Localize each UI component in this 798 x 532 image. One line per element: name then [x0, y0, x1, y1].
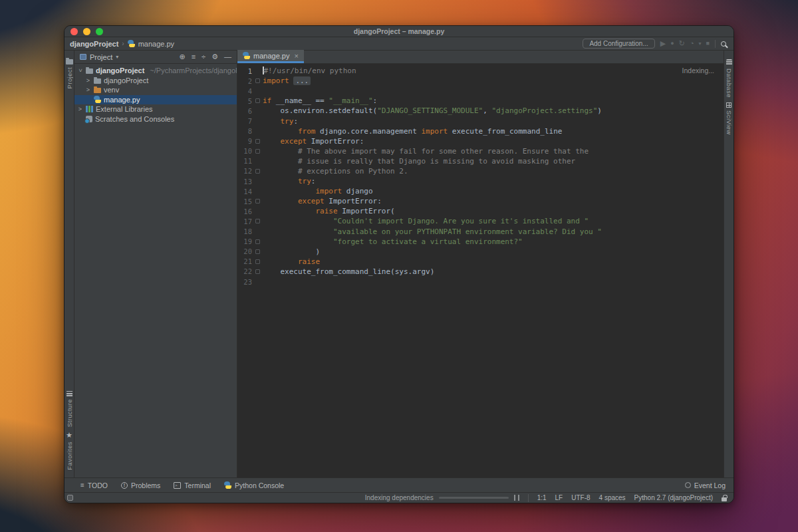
fold-gutter[interactable]	[252, 149, 263, 154]
breadcrumb-file[interactable]: manage.py	[138, 40, 174, 48]
profiler-icon[interactable]: ◔	[690, 40, 694, 47]
tree-item-manage-py[interactable]: >manage.py	[74, 95, 237, 105]
tool-window-button-problems[interactable]: !Problems	[121, 481, 160, 489]
code-editor[interactable]: Indexing... 1#!/usr/bin/env python2impor…	[237, 64, 724, 477]
profiler-dropdown-icon[interactable]: ▾	[699, 41, 702, 47]
status-item[interactable]: Python 2.7 (djangoProject)	[634, 494, 713, 501]
code-line[interactable]: 7 try:	[237, 116, 724, 126]
debug-icon[interactable]: ●	[670, 41, 674, 47]
code-line[interactable]: 19 "forget to activate a virtual environ…	[237, 237, 724, 247]
tool-window-button-terminal[interactable]: >Terminal	[174, 481, 211, 489]
code-line[interactable]: 11 # issue is really that Django is miss…	[237, 156, 724, 166]
fold-gutter[interactable]	[252, 199, 263, 203]
code-line[interactable]: 2import ...	[237, 76, 724, 86]
fold-marker-icon[interactable]	[255, 98, 260, 103]
fold-marker-icon[interactable]	[255, 219, 260, 223]
breadcrumb-project[interactable]: djangoProject	[70, 40, 118, 48]
status-item[interactable]: LF	[555, 494, 563, 501]
stop-icon[interactable]: ■	[706, 41, 710, 47]
fold-marker-icon[interactable]	[255, 239, 260, 244]
line-number[interactable]: 11	[237, 157, 252, 165]
tool-window-button-event-log[interactable]: Event Log	[685, 481, 726, 489]
tool-button-database[interactable]: Database	[726, 59, 733, 98]
fold-marker-icon[interactable]	[255, 269, 260, 274]
line-number[interactable]: 9	[237, 137, 252, 145]
editor-tab-manage-py[interactable]: manage.py ×	[237, 50, 304, 63]
code-line[interactable]: 6 os.environ.setdefault("DJANGO_SETTINGS…	[237, 106, 724, 116]
fold-gutter[interactable]	[252, 139, 263, 144]
fold-marker-icon[interactable]	[255, 259, 260, 264]
fold-gutter[interactable]	[252, 78, 263, 83]
unlocked-icon[interactable]	[722, 497, 727, 501]
tool-button-structure[interactable]: Structure	[66, 391, 73, 427]
tool-button-project[interactable]: Project	[66, 58, 73, 88]
line-number[interactable]: 14	[237, 188, 252, 196]
code-line[interactable]: 8 from django.core.management import exe…	[237, 126, 724, 136]
fold-marker-icon[interactable]	[255, 149, 260, 154]
code-line[interactable]: 1#!/usr/bin/env python	[237, 66, 724, 76]
settings-icon[interactable]: ⚙	[211, 53, 218, 61]
line-number[interactable]: 1	[237, 67, 252, 75]
code-line[interactable]: 13 try:	[237, 176, 724, 186]
line-number[interactable]: 16	[237, 207, 252, 215]
tree-item-djangoproject[interactable]: >djangoProject	[74, 76, 237, 86]
fold-marker-icon[interactable]	[255, 199, 260, 203]
chevron-down-icon[interactable]: ▾	[116, 54, 118, 60]
fold-gutter[interactable]	[252, 259, 263, 264]
code-line[interactable]: 23	[237, 277, 724, 287]
fold-gutter[interactable]	[252, 169, 263, 174]
search-everywhere-icon[interactable]	[721, 41, 726, 47]
line-number[interactable]: 21	[237, 257, 252, 265]
fold-gutter[interactable]	[252, 269, 263, 274]
chevron-expanded-icon[interactable]: >	[77, 68, 84, 74]
line-number[interactable]: 20	[237, 247, 252, 255]
fold-marker-icon[interactable]	[255, 78, 260, 83]
fold-gutter[interactable]	[252, 98, 263, 103]
fold-gutter[interactable]	[252, 239, 263, 244]
hide-panel-icon[interactable]: —	[224, 53, 231, 61]
expand-all-icon[interactable]: ≡	[192, 53, 196, 61]
line-number[interactable]: 8	[237, 127, 252, 135]
fold-marker-icon[interactable]	[255, 139, 260, 144]
add-configuration-button[interactable]: Add Configuration...	[583, 39, 654, 49]
line-number[interactable]: 5	[237, 97, 252, 105]
code-line[interactable]: 22 execute_from_command_line(sys.argv)	[237, 267, 724, 277]
run-icon[interactable]: ▶	[660, 40, 666, 47]
code-line[interactable]: 9 except ImportError:	[237, 136, 724, 146]
code-line[interactable]: 10 # The above import may fail for some …	[237, 146, 724, 156]
tree-item-external-libraries[interactable]: >External Libraries	[74, 104, 237, 114]
tree-item-djangoproject[interactable]: >djangoProject~/PycharmProjects/djangoPr…	[74, 66, 237, 76]
project-view-selector[interactable]: Project	[90, 53, 112, 61]
line-number[interactable]: 7	[237, 117, 252, 125]
line-number[interactable]: 18	[237, 227, 252, 235]
tool-window-button-python-console[interactable]: Python Console	[224, 481, 284, 489]
locate-icon[interactable]: ⊕	[179, 53, 185, 61]
line-number[interactable]: 2	[237, 77, 252, 85]
collapse-all-icon[interactable]: ÷	[201, 53, 205, 61]
code-line[interactable]: 15 except ImportError:	[237, 196, 724, 206]
fold-marker-icon[interactable]	[255, 169, 260, 174]
chevron-collapsed-icon[interactable]: >	[77, 106, 83, 112]
line-number[interactable]: 13	[237, 178, 252, 186]
window-titlebar[interactable]: djangoProject – manage.py	[65, 26, 733, 37]
status-item[interactable]: UTF-8	[571, 494, 590, 501]
tool-window-button-todo[interactable]: ≡TODO	[80, 481, 108, 489]
tree-item-venv[interactable]: >venv	[74, 85, 237, 95]
code-line[interactable]: 5if __name__ == "__main__":	[237, 96, 724, 106]
tree-item-scratches-and-consoles[interactable]: >Scratches and Consoles	[74, 114, 237, 124]
line-number[interactable]: 4	[237, 87, 252, 95]
status-item[interactable]: 1:1	[537, 494, 547, 501]
tool-window-switcher-icon[interactable]	[67, 495, 73, 501]
code-line[interactable]: 18 "available on your PYTHONPATH environ…	[237, 227, 724, 237]
line-number[interactable]: 22	[237, 267, 252, 275]
line-number[interactable]: 12	[237, 167, 252, 175]
code-line[interactable]: 21 raise	[237, 257, 724, 267]
code-line[interactable]: 4	[237, 86, 724, 96]
coverage-icon[interactable]: ↻	[679, 40, 685, 47]
code-line[interactable]: 17 "Couldn't import Django. Are you sure…	[237, 216, 724, 226]
line-number[interactable]: 19	[237, 237, 252, 245]
fold-gutter[interactable]	[252, 249, 263, 254]
fold-gutter[interactable]	[252, 219, 263, 223]
chevron-collapsed-icon[interactable]: >	[85, 77, 91, 84]
code-line[interactable]: 20 )	[237, 247, 724, 257]
